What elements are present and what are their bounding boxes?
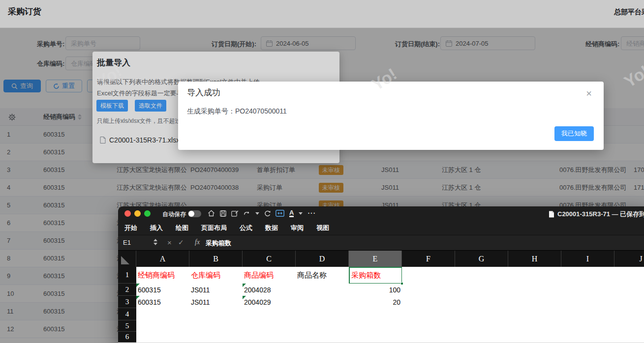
minimize-window-button[interactable] xyxy=(134,210,141,217)
cell-E1[interactable]: 采购箱数 xyxy=(349,267,402,284)
undo-icon[interactable] xyxy=(244,210,250,217)
fill-handle[interactable] xyxy=(400,282,403,285)
close-icon[interactable]: × xyxy=(586,88,592,98)
cell-D4[interactable] xyxy=(296,308,349,321)
cell-J1[interactable] xyxy=(614,267,644,284)
save-icon[interactable] xyxy=(220,210,226,217)
cell-I5[interactable] xyxy=(561,320,615,332)
cell-B1[interactable]: 仓库编码 xyxy=(189,267,243,284)
cell-E2[interactable]: 100 xyxy=(349,284,402,296)
ribbon-tab-插入[interactable]: 插入 xyxy=(150,224,163,232)
cell-I4[interactable] xyxy=(561,308,615,321)
cell-H4[interactable] xyxy=(508,308,562,321)
cell-I3[interactable] xyxy=(561,296,615,309)
cell-F5[interactable] xyxy=(402,320,456,332)
cell-I2[interactable] xyxy=(561,284,615,296)
cell-H3[interactable] xyxy=(508,296,562,309)
ribbon-tab-数据[interactable]: 数据 xyxy=(265,224,278,232)
row-header-6[interactable]: 6 xyxy=(118,332,136,343)
cell-E4[interactable] xyxy=(349,308,402,321)
cell-A6[interactable] xyxy=(136,332,190,343)
cell-C6[interactable] xyxy=(243,332,296,343)
cell-I1[interactable] xyxy=(561,267,615,284)
cell-C5[interactable] xyxy=(243,320,296,332)
row-header-3[interactable]: 3 xyxy=(118,296,136,308)
ribbon-tab-审阅[interactable]: 审阅 xyxy=(291,224,304,232)
cell-J4[interactable] xyxy=(614,308,644,321)
cell-G5[interactable] xyxy=(455,320,509,332)
cell-A1[interactable]: 经销商编码 xyxy=(136,267,190,284)
cell-D6[interactable] xyxy=(296,332,349,343)
formula-bar-value[interactable]: 采购箱数 xyxy=(206,239,231,248)
cell-H5[interactable] xyxy=(508,320,562,332)
cell-G2[interactable] xyxy=(455,284,509,296)
column-header-F[interactable]: F xyxy=(402,251,455,267)
row-header-2[interactable]: 2 xyxy=(118,284,136,296)
column-header-J[interactable]: J xyxy=(614,251,644,267)
font-color-icon[interactable]: A xyxy=(289,209,294,217)
column-header-A[interactable]: A xyxy=(136,251,189,267)
cell-D2[interactable] xyxy=(296,284,349,296)
cell-F1[interactable] xyxy=(402,267,456,284)
undo-dropdown-icon[interactable] xyxy=(255,212,259,215)
cell-H2[interactable] xyxy=(508,284,562,296)
column-header-I[interactable]: I xyxy=(561,251,614,267)
cell-F2[interactable] xyxy=(402,284,456,296)
row-header-4[interactable]: 4 xyxy=(118,308,136,320)
column-header-E[interactable]: E xyxy=(349,251,402,267)
insert-function-icon[interactable]: fx xyxy=(195,238,200,246)
cell-name-box[interactable]: E1 xyxy=(123,239,131,246)
cell-A4[interactable] xyxy=(136,308,190,321)
name-box-spinner[interactable] xyxy=(153,239,157,245)
select-all-corner[interactable] xyxy=(118,251,136,267)
column-header-C[interactable]: C xyxy=(243,251,296,267)
cell-A3[interactable]: 600315 xyxy=(136,296,190,309)
column-header-H[interactable]: H xyxy=(508,251,561,267)
excel-titlebar[interactable]: 自动保存 A ··· C20001-315R3-71 — 已保存到我的Mac xyxy=(118,206,644,221)
cell-B6[interactable] xyxy=(189,332,243,343)
ribbon-tab-绘图[interactable]: 绘图 xyxy=(176,224,188,232)
ribbon-tab-公式[interactable]: 公式 xyxy=(240,224,252,232)
font-color-dropdown-icon[interactable] xyxy=(299,212,303,215)
cell-B3[interactable]: JS011 xyxy=(189,296,243,309)
more-tools-icon[interactable]: ··· xyxy=(307,209,316,217)
cell-C2[interactable]: 2004028 xyxy=(243,284,296,296)
cell-A2[interactable]: 600315 xyxy=(136,284,190,296)
cell-F6[interactable] xyxy=(402,332,456,343)
zoom-window-button[interactable] xyxy=(144,210,151,217)
cell-B5[interactable] xyxy=(189,320,243,332)
cell-F4[interactable] xyxy=(402,308,456,321)
cell-E3[interactable]: 20 xyxy=(349,296,402,309)
cell-G1[interactable] xyxy=(455,267,509,284)
acknowledge-button[interactable]: 我已知晓 xyxy=(554,126,594,141)
cell-I6[interactable] xyxy=(561,332,615,343)
cell-B2[interactable]: JS011 xyxy=(189,284,243,296)
cell-E6[interactable] xyxy=(349,332,402,343)
cell-E5[interactable] xyxy=(349,320,402,332)
cell-G4[interactable] xyxy=(455,308,509,321)
ribbon-tab-页面布局[interactable]: 页面布局 xyxy=(201,224,227,232)
switch-windows-icon[interactable] xyxy=(276,210,284,217)
cell-G6[interactable] xyxy=(455,332,509,343)
cell-D1[interactable]: 商品名称 xyxy=(296,267,349,284)
cell-J5[interactable] xyxy=(614,320,644,332)
cell-C4[interactable] xyxy=(243,308,296,321)
home-icon[interactable] xyxy=(208,210,215,217)
cell-F3[interactable] xyxy=(402,296,456,309)
cell-B4[interactable] xyxy=(189,308,243,321)
cell-D5[interactable] xyxy=(296,320,349,332)
close-window-button[interactable] xyxy=(124,210,131,217)
cell-A5[interactable] xyxy=(136,320,190,332)
confirm-entry-icon[interactable]: ✓ xyxy=(178,238,184,246)
cell-J6[interactable] xyxy=(614,332,644,343)
ribbon-tab-视图[interactable]: 视图 xyxy=(316,224,329,232)
column-header-B[interactable]: B xyxy=(189,251,243,267)
ribbon-tab-开始[interactable]: 开始 xyxy=(124,224,137,232)
save-as-icon[interactable] xyxy=(231,210,239,217)
cell-C1[interactable]: 商品编码 xyxy=(243,267,296,284)
row-header-5[interactable]: 5 xyxy=(118,320,136,332)
cell-J2[interactable] xyxy=(614,284,644,296)
cell-D3[interactable] xyxy=(296,296,349,309)
redo-icon[interactable] xyxy=(264,210,271,217)
cell-H1[interactable] xyxy=(508,267,562,284)
